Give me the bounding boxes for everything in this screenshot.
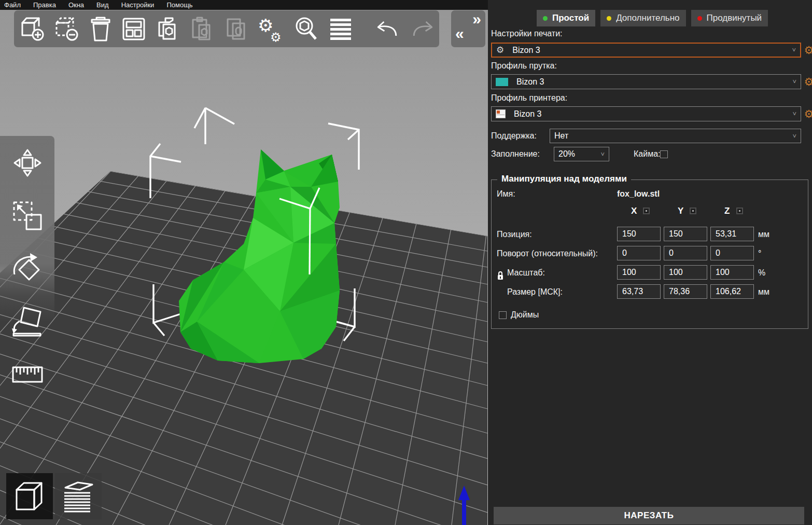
size-y-input[interactable] (664, 284, 707, 299)
chevron-down-icon: ˅ (792, 110, 796, 118)
support-value: Нет (554, 131, 789, 141)
menu-file[interactable]: Файл (4, 1, 21, 9)
axis-z-icon[interactable] (736, 208, 743, 214)
support-label: Поддержка: (491, 131, 537, 141)
undo-button[interactable] (372, 14, 402, 44)
axis-y-icon[interactable] (690, 208, 696, 214)
rotation-y-input[interactable] (664, 246, 707, 260)
model-name-label: Имя: (497, 189, 515, 199)
inspect-icon (292, 15, 321, 44)
layers-icon (60, 479, 96, 514)
filament-color-swatch (496, 78, 508, 86)
yellow-dot-icon (607, 16, 611, 21)
position-x-input[interactable] (617, 227, 661, 241)
chevron-left-icon: « (455, 26, 464, 42)
remove-model-icon (53, 15, 81, 43)
rotation-x-input[interactable] (617, 246, 661, 260)
menu-settings[interactable]: Настройки (121, 1, 155, 9)
lay-flat-tool-button[interactable] (10, 304, 45, 339)
redo-button[interactable] (408, 14, 438, 44)
inspect-model-button[interactable] (292, 14, 321, 44)
filament-profile-label: Профиль прутка: (491, 61, 557, 71)
menu-view[interactable]: Вид (96, 1, 109, 9)
printer-profile-value: Bizon 3 (514, 109, 789, 119)
size-unit: мм (758, 287, 769, 297)
menu-help[interactable]: Помощь (166, 1, 192, 9)
rotate-tool-button[interactable] (10, 251, 45, 286)
position-unit: мм (758, 230, 769, 239)
move-tool-button[interactable] (10, 145, 45, 181)
scale-y-input[interactable] (664, 265, 707, 280)
marker-orientation-arrow-barb (205, 108, 234, 124)
add-model-button[interactable] (19, 14, 47, 44)
inches-checkbox[interactable] (499, 311, 507, 319)
printer-profile-select[interactable]: Bizon 3 ˅ (491, 106, 801, 121)
paste-model-button[interactable] (188, 14, 216, 44)
chevron-down-icon: ˅ (792, 132, 796, 140)
axis-x-icon[interactable] (643, 208, 650, 214)
print-settings-label: Настройки печати: (491, 29, 563, 38)
paste-icon (188, 15, 216, 43)
manipulation-group-title: Манипуляция над моделями (497, 174, 631, 184)
infill-select[interactable]: 20% ˅ (554, 147, 609, 161)
tab-simple[interactable]: Простой (537, 10, 595, 26)
axis-header-x: X (631, 206, 637, 216)
support-select[interactable]: Нет ˅ (550, 129, 801, 143)
tab-expert[interactable]: Продвинутый (691, 10, 768, 26)
filament-profile-value: Bizon 3 (516, 77, 789, 87)
viewport-3d[interactable] (0, 0, 488, 525)
arrange-plate-button[interactable] (120, 14, 148, 44)
filament-profile-select[interactable]: Bizon 3 ˅ (491, 74, 801, 89)
rotate-icon (10, 252, 45, 286)
marker-orientation-arrow (194, 108, 205, 144)
settings-gears-button[interactable]: ⚙ ⚙ (257, 14, 286, 44)
scale-tool-button[interactable] (10, 198, 45, 233)
copy-model-button[interactable] (154, 14, 182, 44)
collapse-panel-button[interactable]: » « (451, 10, 485, 47)
model-name-value: fox_low.stl (617, 189, 660, 199)
scale-z-input[interactable] (710, 265, 754, 280)
solid-view-button[interactable] (6, 473, 53, 519)
menu-edit[interactable]: Правка (33, 1, 56, 9)
filament-profile-gear-button[interactable]: ⚙ (803, 76, 812, 88)
size-x-input[interactable] (617, 284, 661, 299)
mode-tabs: Простой Дополнительно Продвинутый (537, 10, 768, 26)
position-label: Позиция: (497, 230, 532, 239)
main-toolbar: ⚙ ⚙ (14, 10, 439, 47)
viewport-3d-scene[interactable] (0, 0, 488, 525)
size-z-input[interactable] (710, 284, 754, 299)
slice-button[interactable]: НАРЕЗАТЬ (494, 507, 804, 524)
chevron-right-icon: » (472, 11, 481, 27)
position-y-input[interactable] (664, 227, 707, 241)
duplicate-model-button[interactable] (222, 14, 250, 44)
trash-icon (88, 15, 114, 43)
scale-label: Масштаб: (507, 268, 545, 278)
move-icon (11, 146, 44, 179)
brim-checkbox[interactable] (660, 150, 668, 158)
print-settings-gear-button[interactable]: ⚙ (803, 45, 812, 56)
duplicate-icon (222, 15, 250, 43)
position-z-input[interactable] (710, 227, 754, 241)
tab-simple-label: Простой (552, 13, 589, 23)
printer-profile-gear-button[interactable]: ⚙ (803, 108, 812, 120)
layers-list-button[interactable] (327, 14, 354, 44)
undo-icon (372, 16, 402, 43)
measure-tool-button[interactable] (10, 357, 45, 392)
tab-advanced[interactable]: Дополнительно (600, 10, 685, 26)
gears-icon: ⚙ ⚙ (257, 15, 286, 44)
svg-text:⚙: ⚙ (270, 30, 282, 44)
delete-all-button[interactable] (88, 14, 114, 44)
layer-view-button[interactable] (55, 473, 102, 519)
rotation-z-input[interactable] (710, 246, 754, 260)
red-dot-icon (697, 16, 702, 21)
menu-windows[interactable]: Окна (68, 1, 84, 9)
lock-icon[interactable] (497, 271, 504, 281)
tab-advanced-label: Дополнительно (616, 13, 679, 23)
print-settings-select[interactable]: ⚙ Bizon 3 ˅ (491, 43, 801, 58)
remove-model-button[interactable] (53, 14, 81, 44)
scale-x-input[interactable] (617, 265, 661, 280)
infill-label: Заполнение: (491, 149, 540, 159)
size-label: Размер [МСК]: (507, 287, 563, 297)
brim-label: Кайма: (634, 149, 661, 159)
arrange-icon (120, 15, 148, 43)
